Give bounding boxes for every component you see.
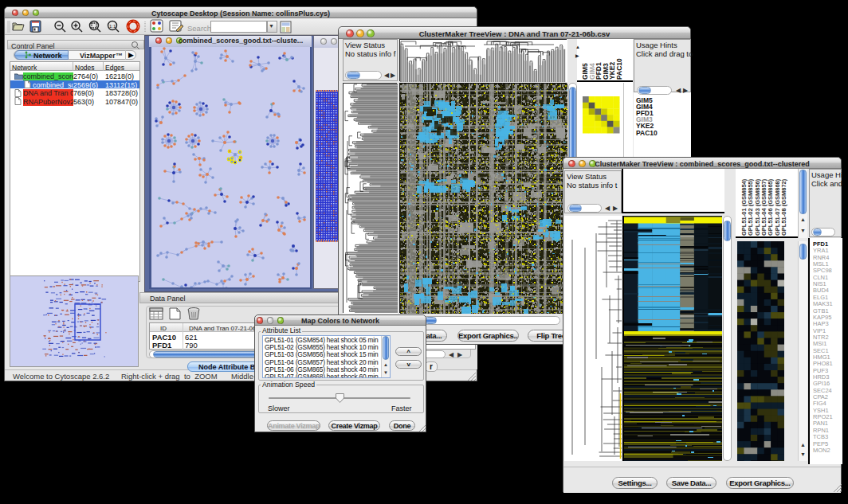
svg-text:1:1: 1:1 (109, 24, 116, 29)
